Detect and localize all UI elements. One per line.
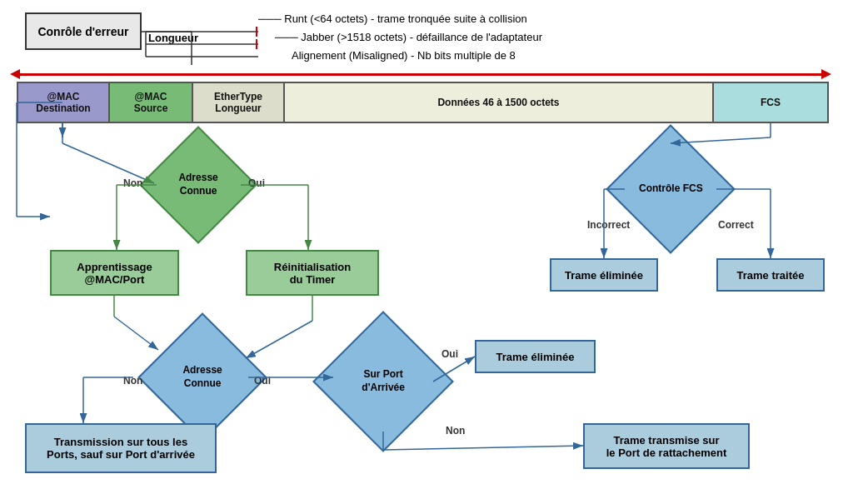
frame-data: Données 46 à 1500 octets: [283, 82, 712, 123]
label-incorrect: Incorrect: [587, 219, 630, 231]
svg-line-22: [114, 317, 158, 350]
label-oui-1: Oui: [248, 177, 265, 189]
box-reinitialisation: Réinitialisationdu Timer: [246, 250, 379, 296]
diagram: Conrôle d'erreur ─── Runt (<64 octets) -…: [0, 0, 853, 504]
frame-mac-dest: @MACDestination: [17, 82, 108, 123]
label-non-2: Non: [123, 375, 142, 387]
longueur-label: Longueur: [148, 32, 198, 44]
box-transmission-tous: Transmission sur tous lesPorts, sauf sur…: [25, 423, 217, 473]
svg-line-24: [246, 321, 312, 358]
error-desc-alignment: Alignement (Misaligned) - Nb bits multip…: [292, 47, 542, 65]
label-oui-2: Oui: [254, 375, 271, 387]
label-non-3: Non: [446, 425, 465, 437]
box-apprentissage: Apprentissage@MAC/Port: [50, 250, 179, 296]
label-oui-3: Oui: [441, 348, 458, 360]
svg-line-31: [383, 446, 583, 450]
error-desc-jabber: ─── Jabber (>1518 octets) - défaillance …: [275, 28, 542, 47]
frame-fcs: FCS: [712, 82, 829, 123]
error-control-box: Conrôle d'erreur: [25, 12, 142, 50]
diamond-sur-port-arrivee: Sur Portd'Arrivée: [312, 311, 454, 452]
label-non-1: Non: [123, 177, 142, 189]
frame-structure: @MACDestination @MACSource EtherTypeLong…: [17, 82, 829, 123]
frame-ethertype: EtherTypeLongueur: [192, 82, 283, 123]
box-trame-traitee: Trame traitée: [716, 258, 825, 292]
label-correct: Correct: [718, 219, 754, 231]
box-trame-eliminee-1: Trame éliminée: [550, 258, 658, 292]
error-control-label: Conrôle d'erreur: [37, 25, 128, 38]
error-descriptions: ─── Runt (<64 octets) - trame tronquée s…: [258, 10, 542, 65]
diamond-adresse-connue-1: AdresseConnue: [139, 126, 257, 243]
box-trame-eliminee-2: Trame éliminée: [475, 340, 596, 373]
box-trame-transmise: Trame transmise surle Port de rattacheme…: [583, 423, 750, 469]
diamond-controle-fcs: Contrôle FCS: [606, 124, 736, 254]
error-desc-runt: ─── Runt (<64 octets) - trame tronquée s…: [258, 10, 542, 28]
frame-mac-src: @MACSource: [108, 82, 192, 123]
red-arrow: [17, 73, 825, 76]
